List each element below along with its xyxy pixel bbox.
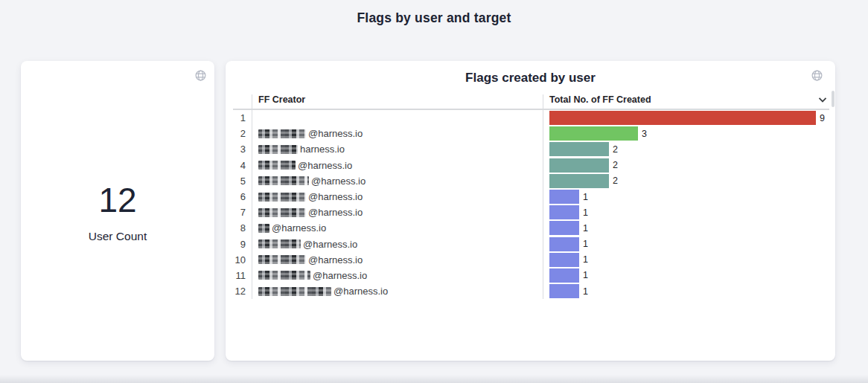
row-index: 1	[233, 110, 252, 126]
ff-bar-value: 1	[583, 239, 588, 249]
ff-bar-value: 1	[583, 192, 588, 202]
ff-bar-value: 1	[583, 270, 588, 280]
creator-email: @harness.io	[308, 207, 363, 218]
creator-redacted	[258, 208, 306, 217]
creator-redacted	[258, 255, 306, 264]
creator-cell: @harness.io	[252, 220, 543, 236]
bar-cell: 1	[543, 189, 829, 205]
ff-bar-value: 3	[642, 129, 647, 139]
user-count-card: 12 User Count	[21, 61, 214, 361]
creator-redacted	[258, 161, 296, 170]
ff-bar-value: 9	[820, 113, 825, 123]
ff-bar-value: 1	[583, 223, 588, 234]
column-header-ff-creator[interactable]: FF Creator	[252, 94, 543, 109]
creator-redacted	[258, 176, 309, 185]
creator-email: @harness.io	[272, 222, 326, 234]
creator-cell: @harness.io	[252, 173, 543, 189]
creator-cell: @harness.io	[252, 205, 543, 220]
creator-cell: @harness.io	[252, 189, 543, 205]
creator-cell: @harness.io	[252, 283, 543, 299]
ff-bar	[549, 237, 579, 251]
user-count-value: 12	[21, 183, 214, 217]
creator-redacted	[258, 271, 310, 280]
creator-email: harness.io	[300, 144, 345, 155]
creator-email: @harness.io	[308, 191, 363, 202]
creator-cell: @harness.io	[252, 158, 543, 173]
ff-bar	[549, 190, 579, 204]
creator-email: @harness.io	[311, 176, 366, 187]
ff-bar	[549, 253, 579, 267]
scrollbar-thumb[interactable]	[832, 91, 835, 107]
ff-bar-value: 1	[583, 207, 588, 218]
flags-table: FF Creator Total No. of FF Created 1 9 2…	[233, 94, 829, 299]
row-index: 10	[233, 252, 252, 268]
page-title: Flags by user and target	[357, 10, 511, 26]
row-index: 7	[233, 205, 252, 220]
table-row: 10 @harness.io 1	[233, 252, 829, 268]
row-index: 11	[233, 268, 252, 283]
table-row: 6 @harness.io 1	[233, 189, 829, 205]
creator-redacted	[258, 287, 331, 296]
table-row: 1 9	[233, 110, 829, 126]
creator-email: @harness.io	[298, 160, 352, 171]
column-header-label: Total No. of FF Created	[549, 94, 651, 105]
ff-bar-value: 2	[613, 144, 618, 155]
ff-bar-value: 1	[583, 254, 588, 265]
row-number-column-header	[233, 94, 252, 109]
row-index: 6	[233, 189, 252, 205]
ff-bar	[549, 205, 579, 219]
bar-cell: 1	[543, 268, 829, 283]
ff-bar-value: 1	[583, 286, 588, 297]
ff-bar	[549, 284, 579, 298]
bar-cell: 1	[543, 220, 829, 236]
user-count-metric: 12 User Count	[21, 183, 214, 243]
creator-email: @harness.io	[313, 270, 367, 281]
row-index: 9	[233, 236, 252, 252]
flags-created-card: Flags created by user FF Creator Total N…	[226, 61, 835, 361]
creator-cell: @harness.io	[252, 126, 543, 141]
bar-cell: 9	[543, 110, 829, 126]
ff-bar	[549, 174, 609, 188]
table-row: 8 @harness.io 1	[233, 220, 829, 236]
creator-email: @harness.io	[334, 286, 388, 297]
creator-redacted	[258, 193, 306, 202]
ff-bar	[549, 268, 579, 283]
table-row: 9 @harness.io 1	[233, 236, 829, 252]
bar-cell: 2	[543, 173, 829, 189]
ff-bar	[549, 221, 579, 235]
chevron-down-icon[interactable]	[818, 97, 827, 103]
creator-redacted	[258, 239, 301, 248]
bar-cell: 1	[543, 252, 829, 268]
ff-bar	[549, 111, 816, 125]
column-header-total-ff-created[interactable]: Total No. of FF Created	[543, 94, 829, 109]
table-row: 12 @harness.io 1	[233, 283, 829, 299]
globe-icon	[194, 69, 207, 82]
row-index: 2	[233, 126, 252, 141]
ff-bar	[549, 126, 638, 141]
card-title: Flags created by user	[226, 71, 835, 86]
row-index: 5	[233, 173, 252, 189]
table-body: 1 9 2 @harness.io 3 3 harness.io 2 4 @ha…	[233, 110, 829, 299]
table-row: 3 harness.io 2	[233, 141, 829, 157]
ff-bar	[549, 158, 609, 173]
bar-cell: 1	[543, 205, 829, 220]
bar-cell: 2	[543, 141, 829, 157]
bar-cell: 2	[543, 158, 829, 173]
creator-email: @harness.io	[308, 128, 363, 139]
creator-redacted	[258, 129, 306, 138]
creator-redacted	[258, 224, 269, 233]
creator-redacted	[258, 145, 298, 154]
bar-cell: 1	[543, 236, 829, 252]
table-row: 7 @harness.io 1	[233, 205, 829, 220]
table-header-row: FF Creator Total No. of FF Created	[233, 94, 829, 110]
user-count-label: User Count	[21, 230, 214, 243]
bar-cell: 3	[543, 126, 829, 141]
creator-email: @harness.io	[308, 254, 363, 265]
ff-bar	[549, 142, 609, 156]
row-index: 4	[233, 158, 252, 173]
table-row: 5 @harness.io 2	[233, 173, 829, 189]
page-header: Flags by user and target	[0, 0, 868, 36]
creator-cell: @harness.io	[252, 236, 543, 252]
creator-cell: @harness.io	[252, 268, 543, 283]
creator-cell	[252, 110, 543, 126]
